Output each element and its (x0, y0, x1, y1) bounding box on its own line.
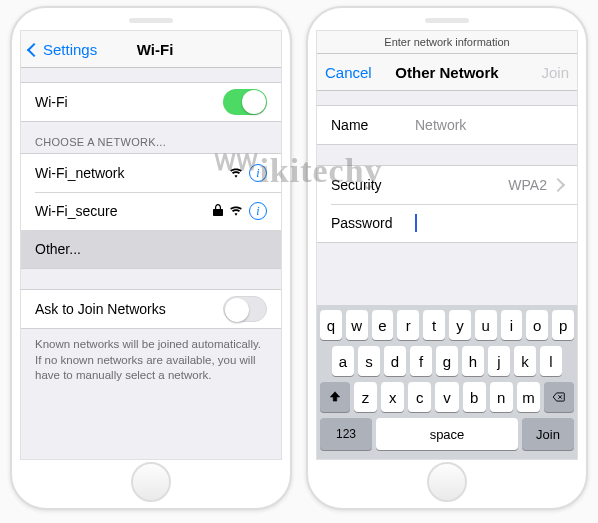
network-row[interactable]: Wi-Fi_secure i (21, 192, 281, 230)
keyboard-row-4: 123 space Join (320, 418, 574, 450)
screen-wifi-settings: Settings Wi-Fi Wi-Fi CHOOSE A NETWORK...… (20, 30, 282, 460)
cancel-button[interactable]: Cancel (325, 64, 372, 81)
other-network-row[interactable]: Other... (21, 230, 281, 268)
network-name: Wi-Fi_secure (35, 203, 117, 219)
key-l[interactable]: l (540, 346, 562, 376)
home-button[interactable] (131, 462, 171, 502)
ask-join-label: Ask to Join Networks (35, 301, 166, 317)
shift-icon (327, 390, 343, 404)
phone-left: Settings Wi-Fi Wi-Fi CHOOSE A NETWORK...… (10, 6, 292, 510)
key-u[interactable]: u (475, 310, 497, 340)
key-h[interactable]: h (462, 346, 484, 376)
screen-other-network: Enter network information Cancel Other N… (316, 30, 578, 460)
key-y[interactable]: y (449, 310, 471, 340)
name-label: Name (331, 117, 399, 133)
ask-join-group: Ask to Join Networks (21, 289, 281, 329)
key-n[interactable]: n (490, 382, 513, 412)
security-value: WPA2 (508, 177, 547, 193)
key-o[interactable]: o (526, 310, 548, 340)
choose-network-header: CHOOSE A NETWORK... (21, 122, 281, 153)
name-cell[interactable]: Name Network (317, 106, 577, 144)
network-name: Wi-Fi_network (35, 165, 124, 181)
back-button[interactable]: Settings (29, 41, 97, 58)
key-join[interactable]: Join (522, 418, 574, 450)
subheader: Enter network information (317, 31, 577, 54)
wifi-toggle-group: Wi-Fi (21, 82, 281, 122)
phone-right: Enter network information Cancel Other N… (306, 6, 588, 510)
join-button[interactable]: Join (541, 64, 569, 81)
key-z[interactable]: z (354, 382, 377, 412)
navbar: Cancel Other Network Join (317, 54, 577, 91)
phone-speaker (129, 18, 173, 23)
network-row[interactable]: Wi-Fi_network i (21, 154, 281, 192)
key-i[interactable]: i (501, 310, 523, 340)
key-s[interactable]: s (358, 346, 380, 376)
keyboard: q w e r t y u i o p a s d f g h (317, 305, 577, 459)
key-k[interactable]: k (514, 346, 536, 376)
keyboard-row-3: z x c v b n m (320, 382, 574, 412)
key-a[interactable]: a (332, 346, 354, 376)
key-r[interactable]: r (397, 310, 419, 340)
password-input[interactable] (415, 214, 563, 232)
name-group: Name Network (317, 105, 577, 145)
security-cell[interactable]: Security WPA2 (317, 166, 577, 204)
security-group: Security WPA2 Password (317, 165, 577, 243)
key-123[interactable]: 123 (320, 418, 372, 450)
page-title: Other Network (385, 64, 509, 81)
key-space[interactable]: space (376, 418, 518, 450)
key-x[interactable]: x (381, 382, 404, 412)
phone-speaker (425, 18, 469, 23)
keyboard-row-2: a s d f g h j k l (320, 346, 574, 376)
other-label: Other... (35, 241, 81, 257)
key-c[interactable]: c (408, 382, 431, 412)
password-cell[interactable]: Password (317, 204, 577, 242)
key-m[interactable]: m (517, 382, 540, 412)
home-button[interactable] (427, 462, 467, 502)
name-input[interactable]: Network (415, 117, 563, 133)
security-label: Security (331, 177, 399, 193)
key-b[interactable]: b (463, 382, 486, 412)
text-cursor (415, 214, 417, 232)
info-icon[interactable]: i (249, 164, 267, 182)
backspace-icon (551, 390, 567, 404)
key-shift[interactable] (320, 382, 350, 412)
key-t[interactable]: t (423, 310, 445, 340)
key-f[interactable]: f (410, 346, 432, 376)
wifi-signal-icon (229, 204, 243, 218)
key-e[interactable]: e (372, 310, 394, 340)
lock-icon (213, 204, 223, 218)
info-icon[interactable]: i (249, 202, 267, 220)
wifi-toggle-cell: Wi-Fi (21, 83, 281, 121)
key-w[interactable]: w (346, 310, 368, 340)
chevron-right-icon (551, 178, 565, 192)
key-d[interactable]: d (384, 346, 406, 376)
key-q[interactable]: q (320, 310, 342, 340)
ask-join-footer: Known networks will be joined automatica… (21, 329, 281, 392)
wifi-toggle-label: Wi-Fi (35, 94, 68, 110)
password-label: Password (331, 215, 399, 231)
key-backspace[interactable] (544, 382, 574, 412)
keyboard-row-1: q w e r t y u i o p (320, 310, 574, 340)
key-p[interactable]: p (552, 310, 574, 340)
key-j[interactable]: j (488, 346, 510, 376)
key-g[interactable]: g (436, 346, 458, 376)
chevron-left-icon (29, 41, 41, 58)
network-list-group: Wi-Fi_network i Wi-Fi_secure (21, 153, 281, 269)
ask-join-toggle[interactable] (223, 296, 267, 322)
ask-join-cell: Ask to Join Networks (21, 290, 281, 328)
page-title: Wi-Fi (97, 41, 213, 58)
key-v[interactable]: v (435, 382, 458, 412)
navbar: Settings Wi-Fi (21, 31, 281, 68)
wifi-toggle[interactable] (223, 89, 267, 115)
wifi-signal-icon (229, 166, 243, 180)
back-label: Settings (43, 41, 97, 58)
